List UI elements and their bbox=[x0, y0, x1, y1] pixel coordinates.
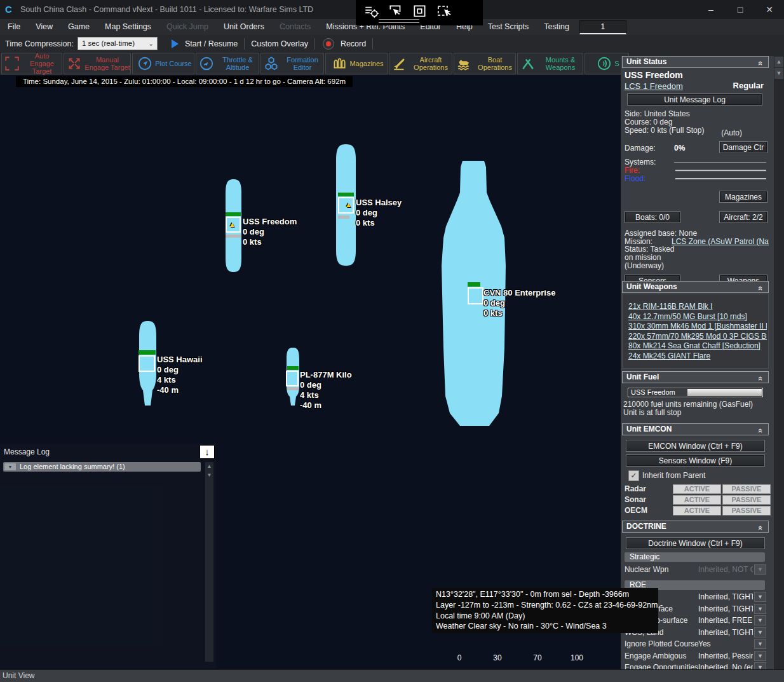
auto-engage-target-button[interactable]: Auto Engage Target bbox=[1, 53, 62, 74]
center-window-icon[interactable] bbox=[412, 3, 428, 20]
radar-passive-button[interactable]: PASSIVE bbox=[722, 484, 771, 494]
plot-course-button[interactable]: Plot Course bbox=[132, 53, 194, 74]
pointer-select-icon[interactable] bbox=[388, 3, 404, 20]
menu-map-settings[interactable]: Map Settings bbox=[97, 19, 159, 35]
unit-label-uss-hawaii[interactable]: USS Hawaii0 deg4 kts-40 m bbox=[157, 355, 203, 395]
dropdown-chevron-icon[interactable]: ▼ bbox=[754, 639, 766, 649]
unit-bar-uss-halsey bbox=[338, 215, 349, 219]
unit-status-header[interactable]: Unit Status « bbox=[622, 56, 769, 68]
drag-select-icon[interactable] bbox=[436, 3, 452, 20]
aircraft-button[interactable]: Aircraft: 2/2 bbox=[719, 211, 767, 223]
scroll-down-icon[interactable]: ▼ bbox=[205, 471, 213, 480]
menu-testing[interactable]: Testing bbox=[536, 19, 577, 35]
unit-message-log-button[interactable]: Unit Message Log bbox=[627, 93, 762, 106]
record-button[interactable]: Record bbox=[341, 39, 366, 48]
dropdown-chevron-icon[interactable]: ▼ bbox=[754, 592, 766, 602]
oecm-active-button[interactable]: ACTIVE bbox=[673, 506, 721, 515]
collapse-icon[interactable]: « bbox=[755, 428, 766, 433]
menu-unit-orders[interactable]: Unit Orders bbox=[216, 19, 272, 35]
script-settings-icon[interactable] bbox=[363, 3, 380, 20]
weapon-link[interactable]: 24x Mk245 GIANT Flare bbox=[628, 351, 767, 360]
menu-game[interactable]: Game bbox=[60, 19, 97, 35]
magazines-button[interactable]: Magazines bbox=[719, 191, 767, 203]
start-resume-button[interactable]: Start / Resume bbox=[185, 39, 238, 48]
boats-button[interactable]: Boats: 0/0 bbox=[625, 211, 680, 223]
entry-expand-icon[interactable]: ▼ bbox=[4, 463, 16, 470]
mounts-weapons-button[interactable]: Mounts & Weapons bbox=[517, 53, 583, 74]
maximize-button[interactable]: □ bbox=[726, 0, 755, 19]
damage-control-button[interactable]: Damage Ctr bbox=[719, 141, 767, 153]
toolbar-button-label: Boat Operations bbox=[475, 56, 515, 71]
doctrine-window-button[interactable]: Doctrine Window (Ctrl + F9) bbox=[626, 537, 765, 549]
dropdown-chevron-icon[interactable]: ▼ bbox=[754, 627, 766, 638]
dropdown-chevron-icon[interactable]: ▼ bbox=[754, 662, 766, 669]
menu-quick-jump[interactable]: Quick Jump bbox=[159, 19, 216, 35]
unit-status-body: USS Freedom LCS 1 Freedom Regular Unit M… bbox=[622, 69, 769, 292]
tooltip-line: N13°32'28", E117°33'30" - 0m from sel - … bbox=[436, 589, 654, 600]
mission-link[interactable]: LCS Zone (ASuW Patrol (Naval) bbox=[672, 237, 769, 246]
unit-name: CVN 80 Enterprise bbox=[483, 288, 555, 298]
record-icon[interactable] bbox=[323, 38, 334, 50]
time-compression-select[interactable]: 1 sec (real-time) ⌄ bbox=[78, 37, 158, 50]
unit-info-line: 0 deg bbox=[243, 227, 297, 237]
dropdown-chevron-icon[interactable]: ▼ bbox=[754, 651, 766, 661]
close-button[interactable]: ✕ bbox=[755, 0, 784, 19]
manual-engage-target-button[interactable]: Manual Engage Target bbox=[64, 53, 131, 74]
menu-test-scripts[interactable]: Test Scripts bbox=[480, 19, 537, 35]
palette-grip[interactable] bbox=[379, 19, 419, 23]
radar-active-button[interactable]: ACTIVE bbox=[673, 484, 721, 494]
sonar-active-button[interactable]: ACTIVE bbox=[673, 495, 721, 505]
testing-count-input[interactable]: 1 bbox=[579, 20, 626, 34]
throttle-altitude-button[interactable]: Throttle & Altitude bbox=[196, 53, 259, 74]
custom-overlay-button[interactable]: Custom Overlay bbox=[251, 39, 308, 48]
play-icon[interactable] bbox=[172, 39, 179, 48]
unit-fuel-header[interactable]: Unit Fuel « bbox=[622, 371, 769, 383]
view-mode-label: Unit View bbox=[3, 671, 34, 680]
collapse-icon[interactable]: « bbox=[755, 376, 766, 381]
unit-label-pl-877m-kilo[interactable]: PL-877M Kilo0 deg4 kts-40 m bbox=[300, 370, 352, 411]
scroll-up-icon[interactable]: ▲ bbox=[205, 462, 213, 471]
weapon-link[interactable]: 40x 12.7mm/50 MG Burst [10 rnds] bbox=[628, 312, 767, 321]
emcon-window-button[interactable]: EMCON Window (Ctrl + F9) bbox=[626, 440, 765, 452]
scroll-down-icon[interactable]: ▼ bbox=[774, 68, 783, 79]
weapon-link[interactable]: 220x 57mm/70 Mk295 Mod 0 3P CIGS Burs bbox=[628, 332, 767, 341]
inherit-from-parent-checkbox[interactable]: ✓ bbox=[628, 470, 639, 481]
menu-view[interactable]: View bbox=[28, 19, 60, 35]
boat-operations-button[interactable]: Boat Operations bbox=[454, 53, 516, 74]
collapse-icon[interactable]: « bbox=[755, 526, 766, 530]
unit-label-uss-freedom[interactable]: USS Freedom0 deg0 kts bbox=[243, 217, 297, 247]
unit-emcon-header[interactable]: Unit EMCON « bbox=[622, 423, 769, 435]
unit-label-uss-halsey[interactable]: USS Halsey0 deg0 kts bbox=[356, 198, 402, 228]
sonar-passive-button[interactable]: PASSIVE bbox=[722, 495, 771, 505]
dropdown-chevron-icon[interactable]: ▼ bbox=[754, 604, 766, 614]
map-scale-tick: 0 bbox=[457, 653, 462, 662]
dropdown-chevron-icon[interactable]: ▼ bbox=[754, 564, 766, 575]
collapse-icon[interactable]: « bbox=[755, 286, 766, 290]
magazines-button[interactable]: Magazines bbox=[325, 53, 388, 74]
sidebar-scrollbar[interactable]: ▲ ▼ bbox=[774, 56, 784, 669]
unit-class-link[interactable]: LCS 1 Freedom bbox=[625, 81, 683, 91]
weapon-link[interactable]: 21x RIM-116B RAM Blk I bbox=[628, 302, 767, 311]
aircraft-operations-button[interactable]: Aircraft Operations bbox=[389, 53, 452, 74]
dropdown-chevron-icon[interactable]: ▼ bbox=[754, 615, 766, 625]
minimize-button[interactable]: – bbox=[696, 0, 726, 19]
unit-weapons-header[interactable]: Unit Weapons « bbox=[622, 281, 769, 293]
weapon-link[interactable]: 80x Mk214 Sea Gnat Chaff [Seduction] bbox=[628, 341, 767, 350]
sensors-window-button[interactable]: Sensors Window (F9) bbox=[626, 454, 765, 467]
message-log-dock-button[interactable]: ↓ bbox=[199, 445, 215, 459]
unit-symbol-pl-877m-kilo bbox=[286, 371, 299, 386]
map-view[interactable]: Time: Sunday, June 14, 2015 - Zulu: 01:0… bbox=[0, 75, 621, 669]
collapse-icon[interactable]: « bbox=[755, 61, 766, 65]
unit-health-bar-uss-halsey bbox=[338, 193, 354, 196]
message-log-entry[interactable]: ▼Log element lacking summary! (1) bbox=[3, 462, 201, 472]
doctrine-header[interactable]: DOCTRINE « bbox=[622, 521, 769, 533]
unit-label-cvn-80-enterprise[interactable]: CVN 80 Enterprise0 deg0 kts bbox=[483, 288, 555, 318]
menu-file[interactable]: File bbox=[0, 19, 28, 35]
damage-label: Damage: bbox=[625, 144, 656, 153]
formation-editor-button[interactable]: Formation Editor bbox=[260, 53, 324, 74]
weapon-link[interactable]: 310x 30mm Mk46 Mod 1 [Bushmaster II Mk bbox=[628, 322, 767, 331]
menu-contacts[interactable]: Contacts bbox=[272, 19, 318, 35]
message-log-scrollbar[interactable]: ▲ ▼ bbox=[205, 462, 213, 662]
oecm-passive-button[interactable]: PASSIVE bbox=[722, 506, 771, 515]
scroll-up-icon[interactable]: ▲ bbox=[774, 57, 783, 67]
